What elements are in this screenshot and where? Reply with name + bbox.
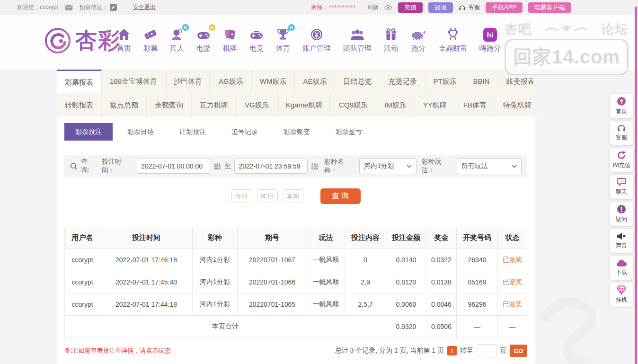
recharge-refresh-icon [617,151,626,160]
nav-item-live[interactable]: N 真人 [164,27,190,53]
top-bar: 欢迎您，ccorypt 预留信息： 安全退出 余额： ********** 刷新… [0,0,638,15]
page-label: 页 [500,346,506,355]
subtab-chase-records[interactable]: 追号记录 [221,123,269,141]
customer-service-link[interactable]: 客服 [459,3,480,11]
col-lottery: 彩种 [193,227,238,249]
cell-bet-content: 2,9 [345,271,386,293]
cell-issue: 20220701-1065 [238,293,307,316]
nav-item-jinding[interactable]: 金鼎财富 [433,27,473,53]
tab-deposit-withdraw-records[interactable]: 充提记录 [380,70,425,93]
subtab-lottery-account-change[interactable]: 彩票账变 [273,123,321,141]
sidebar-top-button[interactable]: 首页 [610,94,633,118]
tab-fb[interactable]: FB体育 [455,93,495,117]
today-button[interactable]: 今日 [231,189,252,203]
goto-page-input[interactable] [477,344,496,357]
bet-time-label: 投注时间： [102,158,133,175]
edge-accent-bar [635,7,637,364]
nav-item-egames[interactable]: H 电游 [190,27,217,53]
search-icon [70,162,78,170]
nav-item-team[interactable]: 团队管理 [337,27,378,53]
nav-item-sports[interactable]: N 体育 [270,27,296,53]
tab-yy[interactable]: YY棋牌 [415,93,455,117]
mobile-app-button[interactable]: 手机APP [486,2,523,13]
tab-cq9[interactable]: CQ9娱乐 [331,93,376,117]
cell-issue: 20220701-1067 [238,249,307,271]
calendar-icon [213,162,221,170]
deposit-button[interactable]: 充值 [398,2,423,13]
sidebar-sound-button[interactable]: 声音 [610,229,633,253]
nav-item-paofen[interactable]: 跑分 [404,27,433,53]
nav-item-account[interactable]: 账户管理 [296,27,337,53]
site-logo[interactable]: 杏彩 [44,26,121,55]
tab-account-change-report[interactable]: 账变报表 [498,70,543,93]
tab-rebate-total[interactable]: 返点总额 [102,93,147,117]
tab-pt[interactable]: PT娱乐 [425,70,465,93]
subtab-lottery-daily[interactable]: 彩票日结 [116,123,165,141]
table-row: ccorypt 2022-07-01 17:44:18 河内1分彩 202207… [65,293,527,316]
headset-icon [617,124,626,132]
this-week-button[interactable]: 本周 [283,189,303,203]
yesterday-button[interactable]: 昨日 [257,189,278,203]
time-to-input[interactable] [234,159,308,174]
nav-item-lottery[interactable]: 彩票 [137,27,164,53]
eye-icon[interactable] [384,5,392,10]
logout-link[interactable]: 安全退出 [133,3,156,11]
page-number-button[interactable]: 1 [447,346,457,355]
sidebar-download-button[interactable]: 下载 [610,256,633,280]
nav-item-activity[interactable]: 活动 [378,27,404,53]
cell-status[interactable]: 已派奖 [498,249,527,271]
refresh-link[interactable]: 刷新 [367,3,379,11]
tab-im[interactable]: IM娱乐 [376,93,415,117]
col-bet-content: 投注内容 [345,227,386,249]
live-person-icon [170,27,184,42]
calendar-icon [311,162,319,170]
tab-wali[interactable]: 瓦力棋牌 [192,93,237,117]
col-username: 用户名 [65,227,100,249]
tab-daily-overview[interactable]: 日结总览 [335,70,380,93]
pc-client-button[interactable]: 电脑客户端 [528,2,571,13]
lottery-name-select[interactable]: 河内1分彩 [359,158,416,174]
sidebar-im-recharge-button[interactable]: IM充值 [610,148,633,172]
tab-188-sports[interactable]: 188金宝博体育 [102,70,166,93]
nav-item-home[interactable]: 首页 [111,27,137,53]
sidebar-service-button[interactable]: 客服 [610,121,633,145]
tab-balance-query[interactable]: 余额查询 [147,93,192,117]
tab-kgame[interactable]: Kgame棋牌 [278,93,331,117]
subtab-plan-bets[interactable]: 计划投注 [168,123,217,141]
edit-icon[interactable] [110,4,117,11]
search-button[interactable]: 查 询 [320,188,361,204]
tab-transfer-report[interactable]: 转账报表 [57,93,102,117]
sidebar-hangup-button[interactable]: 挂机 [610,283,633,307]
cell-bet-time: 2022-07-01 17:44:18 [100,293,193,316]
col-status: 状态 [498,227,527,249]
cell-status[interactable]: 已派奖 [498,271,527,293]
exclamation-circle-icon [617,204,626,214]
tab-vg[interactable]: VG娱乐 [237,93,278,117]
subtab-lottery-profit-loss[interactable]: 彩票盈亏 [325,123,373,141]
play-type-select[interactable]: 所有玩法 [457,158,522,174]
nav-item-hipaofen[interactable]: hi 嗨跑分 [473,27,507,53]
sidebar-chat-button[interactable]: 聊天 [610,175,633,199]
cell-status[interactable]: 已派奖 [498,293,527,316]
tab-tetu[interactable]: 特兔棋牌 [495,93,540,117]
cell-prize: 0.0046 [426,293,457,316]
tab-ae[interactable]: AE娱乐 [295,70,335,93]
subtab-lottery-bets[interactable]: 彩票投注 [64,123,113,141]
tab-ag[interactable]: AG娱乐 [211,70,252,93]
summary-dash: — [498,316,527,338]
tab-lottery-report[interactable]: 彩票报表 [57,70,102,93]
withdraw-button[interactable]: 提现 [428,2,453,13]
tab-wm[interactable]: WM娱乐 [252,70,295,93]
tab-shaba-sports[interactable]: 沙巴体育 [166,70,211,93]
col-bet-time: 投注时间 [100,227,193,249]
time-from-input[interactable] [137,159,210,174]
nav-item-boardgames[interactable]: 棋牌 [217,27,243,53]
go-button[interactable]: GO [510,345,527,357]
message-icon[interactable] [65,4,73,11]
summary-dash: — [457,316,498,338]
nav-item-esports[interactable]: 电竞 [243,27,270,53]
tab-bbin[interactable]: BBIN [465,70,498,93]
table-summary-row: 本页合计 0.0320 0.0506 — — [65,316,527,338]
quick-range-row: 今日 昨日 本周 查 询 [57,188,535,204]
sidebar-question-button[interactable]: 疑问 [610,202,633,226]
